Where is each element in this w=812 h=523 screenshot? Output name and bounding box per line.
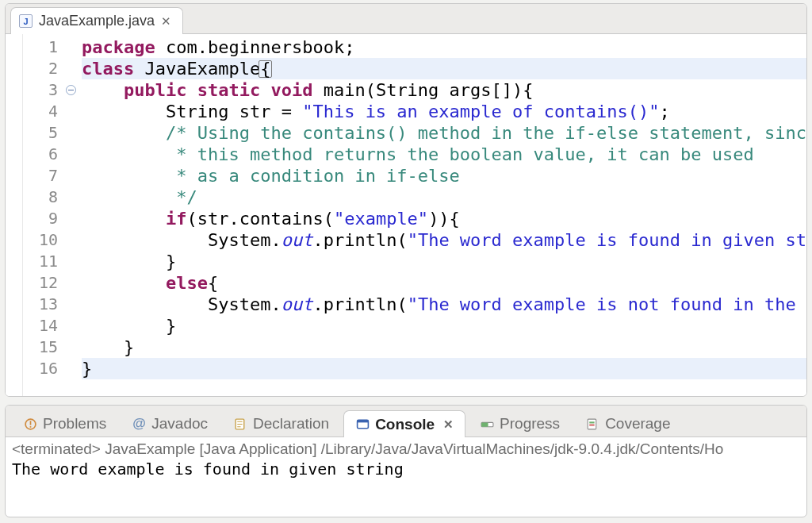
code-line[interactable]: } <box>82 358 806 379</box>
line-number: 10 <box>23 229 64 251</box>
tab-console[interactable]: Console✕ <box>343 410 465 437</box>
code-line[interactable]: * this method returns the boolean value,… <box>82 144 806 165</box>
console-icon <box>355 417 370 432</box>
editor-tab-javaexample[interactable]: J JavaExample.java ✕ <box>10 7 183 34</box>
line-number: 3 <box>23 79 64 101</box>
editor-tabbar: J JavaExample.java ✕ <box>6 4 806 34</box>
code-line[interactable]: package com.beginnersbook; <box>82 37 806 58</box>
tab-label: Progress <box>500 415 560 433</box>
svg-rect-8 <box>357 420 368 422</box>
svg-rect-12 <box>589 421 594 423</box>
decl-icon <box>233 417 247 431</box>
code-line[interactable]: class JavaExample{ <box>82 58 806 79</box>
code-line[interactable]: } <box>82 251 806 272</box>
code-line[interactable]: * as a condition in if-else <box>82 165 806 187</box>
line-number: 8 <box>23 187 64 208</box>
line-number: 4 <box>23 101 64 122</box>
java-file-icon: J <box>19 14 33 28</box>
code-line[interactable]: /* Using the contains() method in the if… <box>82 122 806 144</box>
tab-label: Problems <box>43 415 106 433</box>
line-number: 9 <box>23 208 64 229</box>
editor-body: 12345678910111213141516 package com.begi… <box>6 34 806 396</box>
line-number: 13 <box>23 294 64 315</box>
progress-icon <box>480 417 494 431</box>
bottom-tabbar: Problems@JavadocDeclarationConsole✕Progr… <box>6 406 806 437</box>
code-line[interactable]: */ <box>82 187 806 208</box>
line-number: 6 <box>23 144 64 165</box>
coverage-icon <box>585 417 599 431</box>
svg-rect-1 <box>29 421 31 425</box>
code-line[interactable]: System.out.println("The word example is … <box>82 229 806 251</box>
console-output: The word example is found in given strin… <box>12 458 800 480</box>
code-line[interactable]: if(str.contains("example")){ <box>82 208 806 229</box>
tab-declaration[interactable]: Declaration <box>222 410 340 437</box>
code-line[interactable]: } <box>82 315 806 336</box>
tab-label: Coverage <box>605 415 670 433</box>
svg-rect-2 <box>29 426 31 428</box>
tab-javadoc[interactable]: @Javadoc <box>121 410 219 437</box>
line-number: 12 <box>23 272 64 294</box>
tab-label: Declaration <box>253 415 329 433</box>
tab-problems[interactable]: Problems <box>12 410 117 437</box>
tab-progress[interactable]: Progress <box>469 410 571 437</box>
tab-label: Console <box>375 416 435 433</box>
svg-rect-10 <box>481 422 488 426</box>
tab-label: Javadoc <box>151 415 208 433</box>
code-line[interactable]: public static void main(String args[]){ <box>82 79 806 101</box>
line-number: 11 <box>23 251 64 272</box>
svg-rect-13 <box>589 424 594 425</box>
editor-tab-filename: JavaExample.java <box>39 13 155 29</box>
line-number-gutter: 12345678910111213141516 <box>23 34 64 396</box>
code-line[interactable]: String str = "This is an example of cont… <box>82 101 806 122</box>
code-line[interactable]: else{ <box>82 272 806 294</box>
line-number: 5 <box>23 122 64 144</box>
console-status-line: <terminated> JavaExample [Java Applicati… <box>12 440 800 458</box>
console-body: <terminated> JavaExample [Java Applicati… <box>6 437 806 480</box>
overview-ruler <box>6 34 23 396</box>
close-icon[interactable]: ✕ <box>161 14 171 29</box>
line-number: 14 <box>23 315 64 336</box>
fold-toggle-icon[interactable] <box>66 85 76 95</box>
line-number: 7 <box>23 165 64 187</box>
bottom-panel: Problems@JavadocDeclarationConsole✕Progr… <box>5 405 807 517</box>
code-area[interactable]: package com.beginnersbook;class JavaExam… <box>82 34 806 396</box>
editor-panel: J JavaExample.java ✕ 1234567891011121314… <box>5 3 807 397</box>
javadoc-icon: @ <box>132 417 146 431</box>
line-number: 15 <box>23 336 64 358</box>
line-number: 2 <box>23 58 64 79</box>
problems-icon <box>23 417 37 431</box>
code-line[interactable]: } <box>82 336 806 358</box>
line-number: 16 <box>23 358 64 379</box>
code-line[interactable]: System.out.println("The word example is … <box>82 294 806 315</box>
line-number: 1 <box>23 37 64 58</box>
tab-coverage[interactable]: Coverage <box>574 410 681 437</box>
close-icon[interactable]: ✕ <box>443 417 454 432</box>
